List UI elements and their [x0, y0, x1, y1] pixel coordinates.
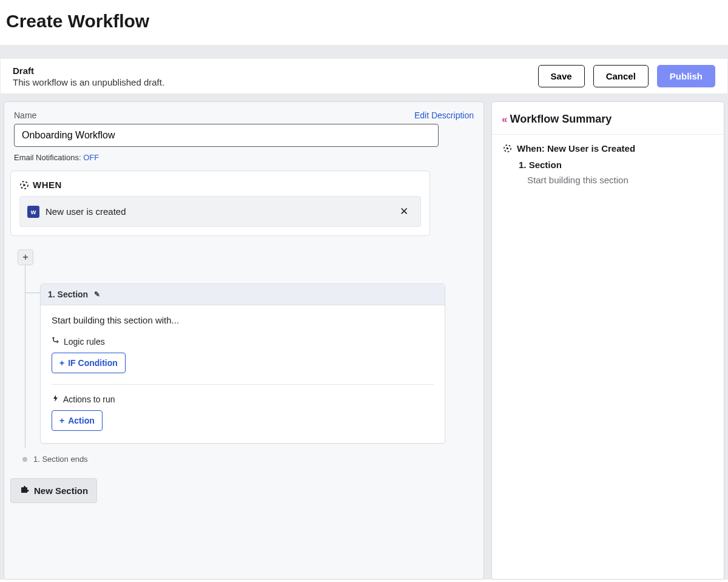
new-section-button[interactable]: New Section: [10, 478, 97, 503]
name-label: Name: [14, 110, 36, 120]
publish-button[interactable]: Publish: [657, 65, 715, 87]
end-dot-icon: [22, 457, 27, 462]
trigger-pill[interactable]: w New user is created ✕: [19, 196, 421, 227]
summary-section-sub: Start building this section: [503, 170, 713, 185]
layout: Name Edit Description Email Notification…: [0, 94, 728, 580]
save-button[interactable]: Save: [538, 65, 585, 87]
summary-panel: « Workflow Summary When: New User is Cre…: [491, 101, 724, 580]
remove-trigger-icon[interactable]: ✕: [395, 203, 413, 220]
add-step-button[interactable]: +: [18, 249, 33, 265]
when-card: WHEN w New user is created ✕: [10, 171, 430, 236]
plus-icon: +: [59, 358, 64, 368]
page-title: Create Workflow: [0, 0, 728, 45]
edit-description-link[interactable]: Edit Description: [414, 110, 474, 120]
lightning-icon: [52, 394, 59, 404]
actions-label: Actions to run: [52, 394, 434, 404]
summary-when-line[interactable]: When: New User is Created: [503, 143, 713, 154]
workflow-name-input[interactable]: [14, 124, 439, 147]
section-card: 1. Section ✎ Start building this section…: [40, 283, 445, 444]
canvas-panel: Name Edit Description Email Notification…: [4, 101, 484, 580]
section-hint: Start building this section with...: [52, 315, 434, 325]
summary-section-line[interactable]: 1. Section: [503, 154, 713, 170]
summary-title: Workflow Summary: [510, 113, 612, 126]
spacer-band: [0, 45, 728, 58]
status-bar: Draft This workflow is an unpublished dr…: [0, 58, 728, 94]
plus-icon: +: [59, 416, 64, 425]
when-label: WHEN: [33, 180, 62, 190]
add-if-condition-button[interactable]: + IF Condition: [52, 353, 126, 373]
section-header[interactable]: 1. Section ✎: [41, 284, 445, 305]
collapse-summary-icon[interactable]: «: [502, 113, 505, 126]
edit-section-icon[interactable]: ✎: [94, 290, 100, 299]
section-divider: [52, 384, 434, 385]
run-icon: [503, 144, 512, 153]
workflow-tree: + 1. Section ✎ Start building this secti…: [19, 249, 477, 464]
logic-rules-label: Logic rules: [52, 336, 434, 347]
trigger-text: New user is created: [46, 206, 389, 217]
add-action-button[interactable]: + Action: [52, 410, 103, 431]
trigger-source-icon: w: [27, 206, 39, 218]
status-title: Draft: [13, 66, 538, 76]
email-notifications-label: Email Notifications:: [14, 153, 81, 162]
puzzle-icon: [19, 485, 29, 496]
cancel-button[interactable]: Cancel: [593, 65, 649, 87]
section-end-marker: 1. Section ends: [31, 455, 477, 464]
status-subtitle: This workflow is an unpublished draft.: [13, 77, 538, 87]
section-title: 1. Section: [48, 289, 88, 299]
section-end-label: 1. Section ends: [33, 455, 88, 464]
email-notifications-line: Email Notifications: OFF: [10, 147, 477, 171]
branch-icon: [52, 336, 60, 347]
email-notifications-toggle[interactable]: OFF: [83, 153, 99, 162]
run-icon: [19, 180, 29, 190]
